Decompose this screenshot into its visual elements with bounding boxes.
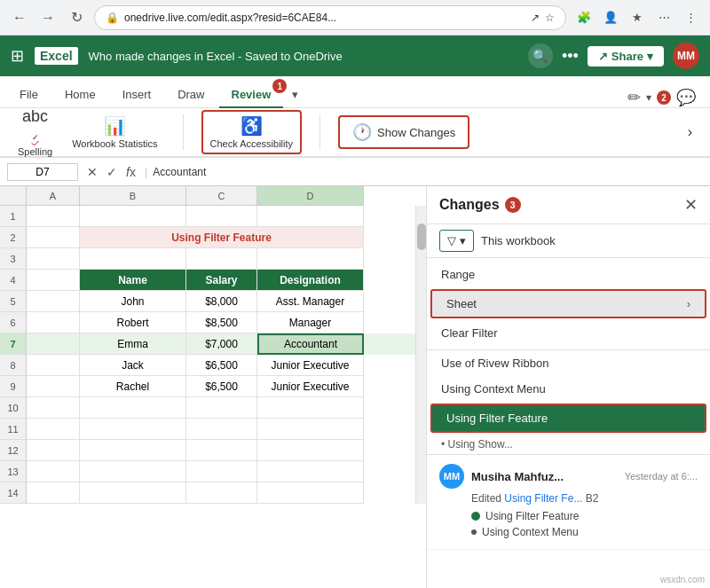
cell-c1[interactable]: [186, 206, 257, 227]
accessibility-icon: ♿: [241, 115, 263, 137]
dropdown-range[interactable]: Range: [427, 262, 710, 287]
more-icon[interactable]: ⋮: [680, 7, 701, 28]
star-icon: ☆: [545, 12, 555, 24]
dropdown-clear-filter[interactable]: Clear Filter: [427, 320, 710, 346]
puzzle-icon[interactable]: ⋯: [653, 7, 674, 28]
vertical-scrollbar[interactable]: [415, 206, 426, 504]
cell-d8[interactable]: Junior Executive: [257, 355, 364, 376]
cell-b6[interactable]: Robert: [80, 312, 186, 333]
cell-b14[interactable]: [80, 482, 186, 504]
cell-c5[interactable]: $8,000: [186, 291, 257, 312]
cell-b10[interactable]: [80, 397, 186, 419]
cell-a4[interactable]: [27, 270, 80, 291]
cancel-formula-btn[interactable]: ✕: [83, 165, 101, 179]
dropdown-sheet[interactable]: Sheet ›: [430, 289, 706, 318]
cell-d14[interactable]: [257, 482, 364, 504]
cell-a6[interactable]: [27, 312, 80, 333]
tab-draw[interactable]: Draw: [165, 82, 217, 108]
cell-c13[interactable]: [186, 461, 257, 482]
grid-area[interactable]: Using Filter Feature Name Salary Designa…: [27, 206, 415, 504]
more-options-icon[interactable]: •••: [562, 47, 579, 66]
confirm-formula-btn[interactable]: ✓: [103, 165, 121, 179]
cell-b5[interactable]: John: [80, 291, 186, 312]
cell-d10[interactable]: [257, 397, 364, 419]
tab-more[interactable]: ▾: [285, 82, 305, 108]
cell-a3[interactable]: [27, 248, 80, 270]
spreadsheet[interactable]: A B C D 1 2 3 4 5 6 7 8 9 10 11 12: [0, 186, 426, 588]
cell-a14[interactable]: [27, 482, 80, 504]
show-changes-button[interactable]: 🕐 Show Changes: [338, 115, 469, 149]
refresh-button[interactable]: ↻: [66, 7, 87, 28]
cell-a1[interactable]: [27, 206, 80, 227]
insert-function-btn[interactable]: fx: [122, 165, 139, 179]
cell-a8[interactable]: [27, 355, 80, 376]
close-panel-button[interactable]: ✕: [684, 195, 698, 215]
cell-b13[interactable]: [80, 461, 186, 482]
cell-a13[interactable]: [27, 461, 80, 482]
cell-b3[interactable]: [80, 248, 186, 270]
cell-b1[interactable]: [80, 206, 186, 227]
cell-c9[interactable]: $6,500: [186, 376, 257, 397]
cell-d11[interactable]: [257, 419, 364, 440]
spelling-button[interactable]: abc✓ Spelling: [11, 104, 59, 161]
grid-icon[interactable]: ⊞: [11, 46, 24, 66]
submenu-rivew-ribbon[interactable]: Use of Rivew Ribbon: [427, 350, 710, 376]
cell-a10[interactable]: [27, 397, 80, 419]
submenu-filter-feature[interactable]: Using Filter Feature: [430, 404, 706, 433]
extensions-icon[interactable]: 🧩: [573, 7, 595, 28]
cell-a9[interactable]: [27, 376, 80, 397]
cell-c14[interactable]: [186, 482, 257, 504]
cell-c11[interactable]: [186, 419, 257, 440]
cell-c8[interactable]: $6,500: [186, 355, 257, 376]
scroll-thumb[interactable]: [417, 223, 426, 250]
cell-a2[interactable]: [27, 227, 80, 248]
forward-button[interactable]: →: [37, 7, 59, 28]
more-ribbon-button[interactable]: ›: [681, 121, 699, 144]
user-avatar[interactable]: MM: [673, 43, 699, 69]
submenu-context-menu[interactable]: Using Context Menu: [427, 376, 710, 402]
cell-c10[interactable]: [186, 397, 257, 419]
cell-a5[interactable]: [27, 291, 80, 312]
tab-review[interactable]: Review 1: [219, 82, 284, 108]
search-button[interactable]: 🔍: [528, 43, 553, 68]
cell-d1[interactable]: [257, 206, 364, 227]
cell-d6[interactable]: Manager: [257, 312, 364, 333]
filter-button[interactable]: ▽ ▾: [439, 230, 474, 252]
cell-c3[interactable]: [186, 248, 257, 270]
cell-d12[interactable]: [257, 440, 364, 461]
col-header-row: A B C D: [0, 186, 426, 206]
row-10: 10: [0, 397, 27, 419]
back-button[interactable]: ←: [9, 7, 30, 28]
cell-a11[interactable]: [27, 419, 80, 440]
profile-icon[interactable]: 👤: [600, 7, 621, 28]
pen-dropdown[interactable]: ▾: [646, 91, 651, 104]
cell-d4[interactable]: Designation: [257, 270, 364, 291]
cell-b4[interactable]: Name: [80, 270, 186, 291]
comment-icon[interactable]: 💬: [676, 88, 696, 107]
pen-icon[interactable]: ✏: [627, 88, 641, 107]
share-button[interactable]: ↗ Share ▾: [588, 46, 664, 67]
cell-b11[interactable]: [80, 419, 186, 440]
cell-d7[interactable]: Accountant: [257, 333, 364, 355]
cell-c7[interactable]: $7,000: [186, 333, 257, 355]
cell-b7[interactable]: Emma: [80, 333, 186, 355]
cell-b8[interactable]: Jack: [80, 355, 186, 376]
cell-d13[interactable]: [257, 461, 364, 482]
dropdown-section: Range Sheet › Clear Filter: [427, 258, 710, 349]
cell-c6[interactable]: $8,500: [186, 312, 257, 333]
check-accessibility-button[interactable]: ♿ Check Accessibility: [201, 110, 303, 154]
address-bar[interactable]: 🔒 onedrive.live.com/edit.aspx?resid=6CAE…: [94, 5, 566, 30]
cell-a12[interactable]: [27, 440, 80, 461]
cell-b2-merged[interactable]: Using Filter Feature: [80, 227, 364, 248]
cell-b12[interactable]: [80, 440, 186, 461]
cell-c12[interactable]: [186, 440, 257, 461]
cell-d3[interactable]: [257, 248, 364, 270]
cell-a7[interactable]: [27, 333, 80, 355]
cell-b9[interactable]: Rachel: [80, 376, 186, 397]
cell-c4[interactable]: Salary: [186, 270, 257, 291]
cell-d5[interactable]: Asst. Manager: [257, 291, 364, 312]
workbook-statistics-button[interactable]: 📊 Workbook Statistics: [65, 112, 164, 153]
bookmark-icon[interactable]: ★: [627, 7, 648, 28]
cell-d9[interactable]: Junior Executive: [257, 376, 364, 397]
cell-reference-input[interactable]: D7: [7, 163, 78, 181]
